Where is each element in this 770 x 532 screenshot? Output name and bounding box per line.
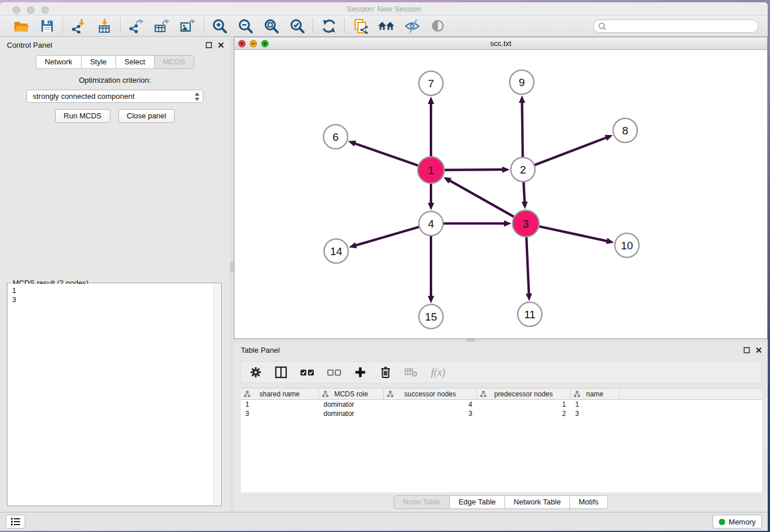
export-network-icon[interactable] bbox=[128, 18, 145, 34]
zoom-in-icon[interactable] bbox=[211, 18, 228, 34]
memory-button[interactable]: Memory bbox=[713, 515, 762, 529]
edge-3-10[interactable] bbox=[538, 226, 608, 241]
graph-node-label-8: 8 bbox=[622, 125, 629, 137]
table-cell: dominator bbox=[319, 400, 384, 409]
open-file-icon[interactable] bbox=[13, 18, 30, 34]
column-header-successor-nodes[interactable]: successor nodes bbox=[384, 388, 477, 399]
close-panel-button[interactable]: Close panel bbox=[118, 109, 175, 123]
graph-node-label-14: 14 bbox=[330, 245, 342, 257]
column-tree-icon bbox=[322, 391, 329, 399]
network-overview-icon[interactable] bbox=[378, 18, 395, 34]
table-row[interactable]: 3dominator323 bbox=[241, 409, 762, 418]
column-tree-icon bbox=[244, 391, 251, 399]
graph-node-label-11: 11 bbox=[524, 309, 536, 321]
run-mcds-button[interactable]: Run MCDS bbox=[55, 109, 110, 123]
close-window-button[interactable] bbox=[13, 6, 20, 14]
table-panel-header: Table Panel bbox=[234, 342, 768, 357]
edge-1-2[interactable] bbox=[443, 169, 503, 170]
tab-network[interactable]: Network bbox=[36, 55, 82, 69]
deselect-all-icon[interactable] bbox=[327, 366, 341, 379]
network-minimize-icon[interactable] bbox=[249, 40, 257, 50]
edge-arrowhead-3-11 bbox=[526, 294, 532, 301]
edge-3-11[interactable] bbox=[526, 236, 529, 295]
settings-icon[interactable] bbox=[249, 366, 262, 379]
export-image-icon[interactable] bbox=[179, 18, 197, 34]
tab-mcds[interactable]: MCDS bbox=[155, 55, 194, 69]
select-chevrons-icon bbox=[194, 92, 200, 103]
tab-network-table[interactable]: Network Table bbox=[505, 495, 570, 509]
hide-panels-icon[interactable] bbox=[403, 18, 421, 34]
control-panel-float-icon[interactable] bbox=[206, 40, 212, 51]
control-panel-close-icon[interactable] bbox=[218, 40, 224, 51]
tab-edge-table[interactable]: Edge Table bbox=[450, 495, 505, 509]
save-session-icon[interactable] bbox=[38, 18, 56, 34]
column-header-predecessor-nodes[interactable]: predecessor nodes bbox=[477, 388, 571, 399]
graph-node-label-2: 2 bbox=[520, 164, 526, 176]
table-panel-close-icon[interactable] bbox=[756, 345, 762, 356]
tab-motifs[interactable]: Motifs bbox=[570, 495, 608, 509]
edge-3-1[interactable] bbox=[449, 180, 515, 218]
zoom-window-button[interactable] bbox=[41, 6, 49, 14]
edge-2-8[interactable] bbox=[533, 137, 607, 165]
network-canvas-svg: 7968124314101511 bbox=[234, 50, 767, 338]
table-tabs-bar: Node TableEdge TableNetwork TableMotifs bbox=[234, 492, 768, 512]
edge-arrowhead-3-10 bbox=[606, 238, 614, 244]
refresh-icon[interactable] bbox=[320, 18, 337, 34]
network-canvas[interactable]: 7968124314101511 bbox=[234, 50, 767, 338]
delete-icon[interactable] bbox=[379, 366, 392, 379]
titlebar: Session: New Session bbox=[0, 2, 768, 16]
function-icon[interactable]: f(x) bbox=[431, 367, 445, 379]
tab-select[interactable]: Select bbox=[116, 55, 155, 69]
export-table-icon[interactable] bbox=[153, 18, 171, 34]
table-row[interactable]: 1dominator411 bbox=[241, 400, 762, 409]
vertical-split-grip[interactable] bbox=[230, 262, 233, 272]
graph-node-label-6: 6 bbox=[333, 131, 339, 143]
graph-node-label-15: 15 bbox=[425, 311, 437, 323]
network-close-icon[interactable] bbox=[238, 40, 246, 50]
edge-arrowhead-4-15 bbox=[428, 296, 434, 303]
zoom-fit-icon[interactable] bbox=[263, 18, 280, 34]
zoom-out-icon[interactable] bbox=[237, 18, 254, 34]
minimize-window-button[interactable] bbox=[27, 6, 34, 14]
optimization-criterion-value: strongly connected component bbox=[33, 92, 134, 101]
network-zoom-icon[interactable] bbox=[261, 40, 269, 50]
edge-arrowhead-1-4 bbox=[428, 203, 434, 210]
clone-network-icon[interactable] bbox=[352, 18, 369, 34]
columns-icon[interactable] bbox=[275, 366, 287, 379]
graph-node-label-1: 1 bbox=[428, 164, 434, 176]
column-header-name[interactable]: name bbox=[571, 388, 619, 399]
show-panel-icon[interactable] bbox=[429, 18, 446, 34]
node-table: shared nameMCDS rolesuccessor nodesprede… bbox=[241, 388, 762, 492]
tab-node-table[interactable]: Node Table bbox=[394, 495, 450, 509]
session-title: Session: New Session bbox=[346, 5, 421, 13]
edge-arrowhead-1-7 bbox=[428, 97, 434, 104]
mcds-pane: Optimization criterion: strongly connect… bbox=[0, 76, 230, 123]
automation-panel-button[interactable] bbox=[6, 515, 25, 529]
add-icon[interactable] bbox=[354, 366, 367, 379]
optimization-criterion-select[interactable]: strongly connected component bbox=[26, 90, 203, 103]
search-input[interactable] bbox=[593, 20, 759, 33]
edge-2-3[interactable] bbox=[523, 180, 525, 203]
tab-style[interactable]: Style bbox=[82, 55, 116, 69]
select-all-icon[interactable] bbox=[300, 366, 314, 379]
mcds-result-text[interactable]: 1 3 bbox=[8, 284, 213, 505]
column-header-label: name bbox=[586, 390, 603, 398]
search-field-wrap bbox=[593, 20, 759, 33]
import-network-icon[interactable] bbox=[70, 18, 87, 34]
node-table-body: 1dominator4113dominator323 bbox=[241, 400, 762, 418]
column-header-shared-name[interactable]: shared name bbox=[241, 388, 319, 399]
vertical-split-divider[interactable] bbox=[230, 37, 234, 512]
right-column: scc.txt 7968124314101511 Table Panel bbox=[234, 37, 768, 512]
table-panel-float-icon[interactable] bbox=[744, 345, 750, 356]
edge-2-9[interactable] bbox=[522, 102, 522, 159]
table-toolbar: f(x) bbox=[241, 361, 762, 383]
delete-table-icon[interactable] bbox=[405, 367, 418, 378]
edge-1-6[interactable] bbox=[354, 143, 419, 166]
column-header-MCDS-role[interactable]: MCDS role bbox=[319, 388, 384, 399]
zoom-selected-icon[interactable] bbox=[288, 18, 306, 34]
window-controls bbox=[13, 6, 49, 14]
edge-4-14[interactable] bbox=[355, 226, 421, 245]
column-header-label: successor nodes bbox=[404, 390, 456, 398]
mcds-result-scrollbar[interactable] bbox=[213, 284, 221, 505]
import-table-icon[interactable] bbox=[96, 18, 113, 34]
